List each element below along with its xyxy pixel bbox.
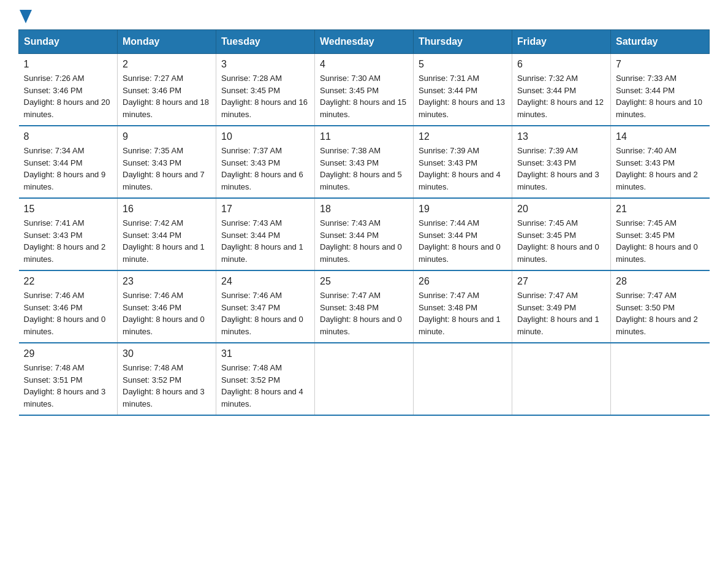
day-info: Sunrise: 7:30 AMSunset: 3:45 PMDaylight:… — [320, 72, 408, 120]
day-info: Sunrise: 7:34 AMSunset: 3:44 PMDaylight:… — [24, 145, 113, 193]
day-info: Sunrise: 7:26 AMSunset: 3:46 PMDaylight:… — [24, 72, 113, 120]
day-info: Sunrise: 7:42 AMSunset: 3:44 PMDaylight:… — [123, 217, 211, 265]
logo-arrow-icon — [20, 10, 32, 23]
day-info: Sunrise: 7:48 AMSunset: 3:52 PMDaylight:… — [123, 362, 211, 410]
calendar-cell: 10Sunrise: 7:37 AMSunset: 3:43 PMDayligh… — [216, 126, 315, 198]
day-number: 26 — [419, 276, 507, 287]
week-row-1: 1Sunrise: 7:26 AMSunset: 3:46 PMDaylight… — [19, 54, 710, 126]
day-info: Sunrise: 7:47 AMSunset: 3:48 PMDaylight:… — [419, 289, 507, 337]
header-day-friday: Friday — [512, 30, 611, 54]
calendar-cell — [315, 343, 414, 415]
day-number: 30 — [123, 348, 211, 359]
day-number: 7 — [616, 59, 705, 70]
day-number: 2 — [123, 59, 211, 70]
header-day-saturday: Saturday — [611, 30, 710, 54]
calendar-cell: 6Sunrise: 7:32 AMSunset: 3:44 PMDaylight… — [512, 54, 611, 126]
calendar-cell: 11Sunrise: 7:38 AMSunset: 3:43 PMDayligh… — [315, 126, 414, 198]
calendar-cell: 26Sunrise: 7:47 AMSunset: 3:48 PMDayligh… — [414, 270, 512, 343]
day-number: 11 — [320, 131, 408, 142]
day-info: Sunrise: 7:27 AMSunset: 3:46 PMDaylight:… — [123, 72, 211, 120]
week-row-5: 29Sunrise: 7:48 AMSunset: 3:51 PMDayligh… — [19, 343, 710, 415]
logo — [18, 12, 32, 23]
week-row-4: 22Sunrise: 7:46 AMSunset: 3:46 PMDayligh… — [19, 270, 710, 343]
calendar-cell: 28Sunrise: 7:47 AMSunset: 3:50 PMDayligh… — [611, 270, 710, 343]
header-day-sunday: Sunday — [19, 30, 118, 54]
calendar-cell: 27Sunrise: 7:47 AMSunset: 3:49 PMDayligh… — [512, 270, 611, 343]
calendar-cell — [512, 343, 611, 415]
day-info: Sunrise: 7:41 AMSunset: 3:43 PMDaylight:… — [24, 217, 113, 265]
calendar-header: SundayMondayTuesdayWednesdayThursdayFrid… — [19, 30, 710, 54]
day-info: Sunrise: 7:43 AMSunset: 3:44 PMDaylight:… — [320, 217, 408, 265]
calendar-cell: 29Sunrise: 7:48 AMSunset: 3:51 PMDayligh… — [19, 343, 118, 415]
day-number: 8 — [24, 131, 113, 142]
week-row-3: 15Sunrise: 7:41 AMSunset: 3:43 PMDayligh… — [19, 198, 710, 270]
calendar-cell — [414, 343, 512, 415]
calendar-cell: 2Sunrise: 7:27 AMSunset: 3:46 PMDaylight… — [118, 54, 216, 126]
day-number: 29 — [24, 348, 113, 359]
day-number: 14 — [616, 131, 705, 142]
header-day-tuesday: Tuesday — [216, 30, 315, 54]
calendar-cell: 21Sunrise: 7:45 AMSunset: 3:45 PMDayligh… — [611, 198, 710, 270]
day-info: Sunrise: 7:47 AMSunset: 3:50 PMDaylight:… — [616, 289, 705, 337]
calendar-cell: 30Sunrise: 7:48 AMSunset: 3:52 PMDayligh… — [118, 343, 216, 415]
calendar-cell: 15Sunrise: 7:41 AMSunset: 3:43 PMDayligh… — [19, 198, 118, 270]
day-info: Sunrise: 7:44 AMSunset: 3:44 PMDaylight:… — [419, 217, 507, 265]
calendar-cell: 13Sunrise: 7:39 AMSunset: 3:43 PMDayligh… — [512, 126, 611, 198]
calendar-cell: 4Sunrise: 7:30 AMSunset: 3:45 PMDaylight… — [315, 54, 414, 126]
day-info: Sunrise: 7:48 AMSunset: 3:52 PMDaylight:… — [221, 362, 309, 410]
header-row: SundayMondayTuesdayWednesdayThursdayFrid… — [19, 30, 710, 54]
day-number: 4 — [320, 59, 408, 70]
week-row-2: 8Sunrise: 7:34 AMSunset: 3:44 PMDaylight… — [19, 126, 710, 198]
day-number: 13 — [517, 131, 605, 142]
day-number: 12 — [419, 131, 507, 142]
calendar-cell: 16Sunrise: 7:42 AMSunset: 3:44 PMDayligh… — [118, 198, 216, 270]
day-number: 9 — [123, 131, 211, 142]
calendar-cell: 17Sunrise: 7:43 AMSunset: 3:44 PMDayligh… — [216, 198, 315, 270]
calendar-cell: 25Sunrise: 7:47 AMSunset: 3:48 PMDayligh… — [315, 270, 414, 343]
header-day-wednesday: Wednesday — [315, 30, 414, 54]
day-number: 19 — [419, 204, 507, 215]
day-number: 28 — [616, 276, 705, 287]
day-info: Sunrise: 7:46 AMSunset: 3:46 PMDaylight:… — [24, 289, 113, 337]
calendar-cell: 9Sunrise: 7:35 AMSunset: 3:43 PMDaylight… — [118, 126, 216, 198]
header-day-monday: Monday — [118, 30, 216, 54]
day-info: Sunrise: 7:48 AMSunset: 3:51 PMDaylight:… — [24, 362, 113, 410]
calendar-table: SundayMondayTuesdayWednesdayThursdayFrid… — [18, 29, 710, 416]
day-info: Sunrise: 7:35 AMSunset: 3:43 PMDaylight:… — [123, 145, 211, 193]
day-info: Sunrise: 7:45 AMSunset: 3:45 PMDaylight:… — [517, 217, 605, 265]
calendar-cell: 5Sunrise: 7:31 AMSunset: 3:44 PMDaylight… — [414, 54, 512, 126]
day-number: 15 — [24, 204, 113, 215]
calendar-cell: 18Sunrise: 7:43 AMSunset: 3:44 PMDayligh… — [315, 198, 414, 270]
svg-marker-0 — [20, 10, 32, 23]
day-info: Sunrise: 7:38 AMSunset: 3:43 PMDaylight:… — [320, 145, 408, 193]
day-info: Sunrise: 7:31 AMSunset: 3:44 PMDaylight:… — [419, 72, 507, 120]
calendar-cell: 7Sunrise: 7:33 AMSunset: 3:44 PMDaylight… — [611, 54, 710, 126]
calendar-cell: 24Sunrise: 7:46 AMSunset: 3:47 PMDayligh… — [216, 270, 315, 343]
calendar-cell: 23Sunrise: 7:46 AMSunset: 3:46 PMDayligh… — [118, 270, 216, 343]
day-number: 22 — [24, 276, 113, 287]
day-number: 31 — [221, 348, 309, 359]
day-number: 18 — [320, 204, 408, 215]
day-info: Sunrise: 7:47 AMSunset: 3:48 PMDaylight:… — [320, 289, 408, 337]
day-number: 27 — [517, 276, 605, 287]
day-info: Sunrise: 7:46 AMSunset: 3:46 PMDaylight:… — [123, 289, 211, 337]
day-info: Sunrise: 7:43 AMSunset: 3:44 PMDaylight:… — [221, 217, 309, 265]
day-number: 21 — [616, 204, 705, 215]
calendar-cell: 3Sunrise: 7:28 AMSunset: 3:45 PMDaylight… — [216, 54, 315, 126]
day-number: 20 — [517, 204, 605, 215]
calendar-cell: 19Sunrise: 7:44 AMSunset: 3:44 PMDayligh… — [414, 198, 512, 270]
day-number: 24 — [221, 276, 309, 287]
day-number: 5 — [419, 59, 507, 70]
calendar-cell — [611, 343, 710, 415]
day-info: Sunrise: 7:47 AMSunset: 3:49 PMDaylight:… — [517, 289, 605, 337]
calendar-cell: 22Sunrise: 7:46 AMSunset: 3:46 PMDayligh… — [19, 270, 118, 343]
calendar-cell: 14Sunrise: 7:40 AMSunset: 3:43 PMDayligh… — [611, 126, 710, 198]
page-header — [18, 12, 710, 23]
day-info: Sunrise: 7:33 AMSunset: 3:44 PMDaylight:… — [616, 72, 705, 120]
day-info: Sunrise: 7:46 AMSunset: 3:47 PMDaylight:… — [221, 289, 309, 337]
header-day-thursday: Thursday — [414, 30, 512, 54]
day-number: 1 — [24, 59, 113, 70]
day-number: 3 — [221, 59, 309, 70]
day-number: 6 — [517, 59, 605, 70]
day-number: 25 — [320, 276, 408, 287]
